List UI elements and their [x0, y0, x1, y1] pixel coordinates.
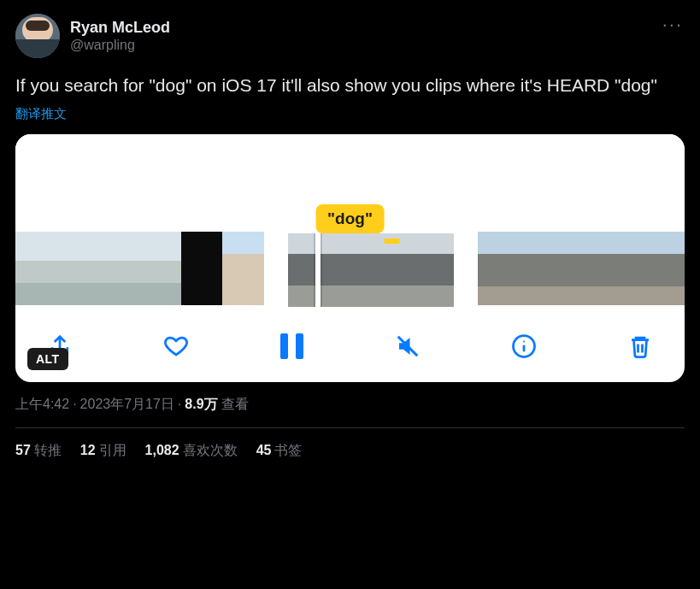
divider [15, 427, 685, 428]
more-button[interactable]: ··· [662, 14, 683, 36]
stat-bookmarks[interactable]: 45书签 [256, 442, 303, 460]
thumbnail [412, 233, 453, 307]
translate-link[interactable]: 翻译推文 [15, 106, 67, 122]
time[interactable]: 上午4:42 [15, 397, 69, 411]
tweet: ··· Ryan McLeod @warpling If you search … [0, 0, 700, 472]
stat-retweets[interactable]: 57转推 [15, 442, 62, 460]
date[interactable]: 2023年7月17日 [80, 397, 174, 411]
display-name[interactable]: Ryan McLeod [70, 19, 170, 38]
thumbnail [98, 232, 139, 305]
clip-1[interactable] [15, 232, 264, 309]
avatar-image [15, 14, 60, 58]
like-button[interactable] [161, 331, 191, 362]
thumbnail [519, 232, 560, 305]
pause-icon [280, 333, 303, 359]
author-names: Ryan McLeod @warpling [70, 19, 170, 54]
alt-badge[interactable]: ALT [27, 348, 68, 370]
media-card[interactable]: "dog" [15, 134, 685, 382]
playhead[interactable] [315, 232, 321, 309]
clip-2-active[interactable] [286, 232, 456, 309]
info-button[interactable] [509, 331, 539, 362]
tweet-stats: 57转推 12引用 1,082喜欢次数 45书签 [15, 442, 685, 460]
media-whitespace [15, 134, 685, 215]
svg-rect-3 [15, 39, 60, 58]
clip-3[interactable] [478, 232, 685, 309]
delete-button[interactable] [625, 331, 656, 362]
thumbnail [56, 232, 97, 305]
thumbnail [561, 232, 602, 305]
handle[interactable]: @warpling [70, 37, 170, 53]
caption-chip-text: "dog" [315, 204, 385, 233]
svg-rect-2 [26, 21, 50, 31]
svg-point-7 [523, 341, 525, 343]
avatar[interactable] [15, 14, 60, 58]
thumbnail [602, 232, 643, 305]
caption-chip: "dog" [315, 204, 385, 233]
stat-quotes[interactable]: 12引用 [80, 442, 126, 460]
thumbnail [371, 233, 412, 307]
tweet-meta: 上午4:42·2023年7月17日·8.9万 查看 [15, 396, 685, 414]
thumbnail [644, 232, 685, 305]
thumbnail [139, 232, 180, 305]
trash-icon [627, 333, 653, 359]
mute-button[interactable] [392, 331, 423, 362]
thumbnail [222, 232, 263, 305]
thumbnail [288, 233, 329, 307]
views-count: 8.9万 [185, 397, 217, 411]
info-icon [511, 333, 537, 359]
media-controls [15, 309, 685, 370]
tweet-header: Ryan McLeod @warpling [15, 14, 685, 58]
thumbnail [478, 232, 519, 305]
speaker-muted-icon [395, 333, 421, 359]
thumbnail [329, 233, 370, 307]
pause-button[interactable] [277, 331, 308, 362]
filmstrip [15, 232, 685, 309]
thumbnail [15, 232, 56, 305]
caption-chip-pointer [384, 239, 399, 244]
heart-icon [163, 333, 189, 359]
stat-likes[interactable]: 1,082喜欢次数 [145, 442, 238, 460]
tweet-text: If you search for "dog" on iOS 17 it'll … [15, 74, 685, 97]
views-label: 查看 [221, 397, 249, 411]
thumbnail [181, 232, 222, 305]
